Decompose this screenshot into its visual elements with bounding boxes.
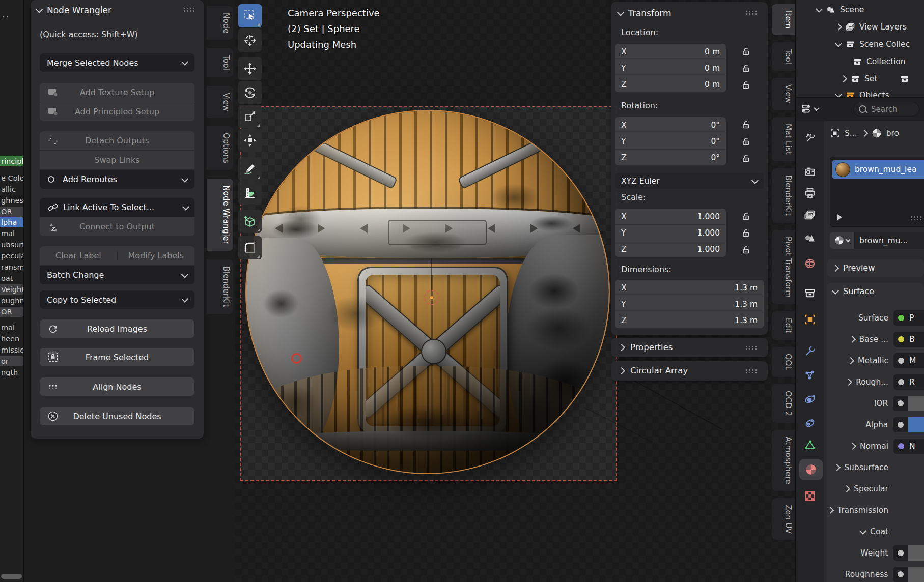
transform-panel-header[interactable]: Transform (618, 8, 671, 18)
modify-labels-button[interactable]: Modify Labels (117, 251, 195, 260)
outliner-row-collection[interactable]: Collection (852, 54, 906, 69)
surface-property-row[interactable]: Surface P (827, 307, 924, 329)
surface-property-row[interactable]: Weight (827, 542, 924, 564)
socket-dot-icon[interactable] (897, 400, 904, 407)
node-socket-label[interactable]: ghness (0, 195, 23, 206)
socket-dot-icon[interactable] (898, 336, 905, 343)
node-editor-scrollbar[interactable] (1, 574, 22, 579)
node-socket-label[interactable]: ransmis (0, 261, 23, 273)
outliner-row-set[interactable]: Set (841, 71, 910, 86)
sidebar-tab[interactable]: BlenderKit (207, 259, 233, 314)
node-socket-label[interactable]: ngth (0, 367, 23, 378)
panel-grip-icon[interactable] (745, 369, 759, 373)
reload-images-button[interactable]: Reload Images (40, 319, 194, 338)
expander-icon[interactable] (827, 507, 834, 514)
add-principled-setup-button[interactable]: Add Principled Setup (40, 102, 194, 121)
tab-object[interactable] (802, 312, 818, 327)
dimension-value-slider[interactable]: X1.3 m (615, 280, 764, 296)
add-cube-tool-button[interactable] (238, 210, 262, 233)
surface-property-row[interactable]: Base ... B (827, 329, 924, 350)
socket-dot-icon[interactable] (898, 314, 905, 322)
tab-view-layer[interactable] (802, 208, 818, 223)
scale-value-slider[interactable]: Y1.000 (615, 224, 726, 241)
unlock-icon[interactable] (741, 120, 750, 129)
node-socket-label[interactable]: OR (0, 207, 23, 217)
scale-value-slider[interactable]: X1.000 (615, 209, 726, 224)
n-panel-tab[interactable]: Mat List (772, 117, 795, 161)
node-socket-label[interactable]: e Color (0, 172, 23, 184)
socket-dot-icon[interactable] (897, 549, 904, 557)
surface-property-row[interactable]: Roughness (827, 564, 924, 582)
add-texture-setup-button[interactable]: Add Texture Setup (40, 83, 194, 102)
select-box-tool-button[interactable] (238, 4, 262, 27)
unlock-icon[interactable] (741, 245, 750, 254)
copy-to-selected-dropdown[interactable]: Copy to Selected (40, 290, 194, 309)
panel-grip-icon[interactable] (745, 10, 759, 15)
search-field[interactable] (853, 102, 919, 117)
surface-property-row[interactable]: Metallic M (827, 350, 924, 371)
expander-icon[interactable] (849, 443, 856, 450)
tab-collection[interactable] (802, 285, 818, 301)
surface-property-row[interactable]: Rough... R (827, 371, 924, 393)
socket-dot-icon[interactable] (898, 443, 905, 450)
n-panel-tab[interactable]: Item (772, 4, 795, 35)
n-panel-tab[interactable]: OCD 2 (772, 384, 795, 423)
surface-property-row[interactable]: Subsurface (827, 457, 924, 478)
location-value-slider[interactable]: Y0 m (615, 60, 726, 76)
outliner-row-view-layers[interactable]: View Layers (836, 19, 907, 35)
tab-world[interactable] (802, 256, 818, 271)
expander-icon[interactable] (845, 379, 852, 386)
material-name-field[interactable]: brown_mu... (854, 232, 924, 249)
align-nodes-button[interactable]: Align Nodes (40, 377, 194, 396)
rounded-corner-tool-button[interactable] (238, 236, 262, 259)
cursor-tool-button[interactable] (238, 28, 262, 52)
delete-unused-nodes-button[interactable]: Delete Unused Nodes (40, 407, 194, 425)
annotate-tool-button[interactable] (238, 157, 262, 181)
search-input[interactable] (870, 104, 913, 114)
surface-property-row[interactable]: Specular (827, 478, 924, 500)
value-field[interactable] (908, 545, 924, 561)
node-wrangler-panel-header[interactable]: Node Wrangler (37, 5, 111, 15)
tab-object-data[interactable] (802, 438, 818, 453)
surface-property-row[interactable]: Normal N (827, 435, 924, 457)
socket-dot-icon[interactable] (898, 357, 905, 364)
detach-outputs-button[interactable]: Detach Outputs (40, 131, 194, 150)
rotation-value-slider[interactable]: X0° (615, 117, 726, 133)
node-socket-label[interactable]: allic (0, 184, 23, 195)
tab-physics[interactable] (802, 392, 818, 407)
node-socket-label[interactable]: rincipled (0, 156, 23, 166)
slot-list-grip-icon[interactable] (910, 216, 923, 220)
expander-icon[interactable] (848, 336, 855, 343)
unlock-icon[interactable] (741, 212, 750, 221)
add-reroutes-dropdown[interactable]: Add Reroutes (40, 169, 194, 189)
properties-collapsed-panel[interactable]: Properties (611, 338, 768, 357)
rotation-mode-dropdown[interactable]: XYZ Euler (615, 173, 764, 189)
value-field[interactable] (908, 396, 924, 411)
rotation-value-slider[interactable]: Z0° (615, 149, 726, 165)
tab-output[interactable] (802, 186, 818, 201)
preview-panel[interactable]: Preview (827, 259, 924, 277)
outliner-row-scene-collection[interactable]: Scene Collec (836, 37, 910, 52)
unlock-icon[interactable] (741, 80, 750, 90)
node-socket-label[interactable]: OR (0, 307, 23, 317)
link-active-to-selected-dropdown[interactable]: Link Active To Select... (40, 198, 194, 217)
frame-selected-button[interactable]: Frame Selected (40, 348, 194, 366)
expander-icon[interactable] (843, 485, 850, 492)
expander-icon[interactable] (859, 528, 866, 535)
node-socket-label[interactable] (0, 317, 23, 322)
surface-property-row[interactable]: Coat (827, 521, 924, 542)
breadcrumb-object[interactable]: S... (845, 129, 857, 138)
outliner-row-scene[interactable]: Scene (817, 2, 864, 17)
n-panel-tab[interactable]: View (772, 78, 795, 110)
rotate-tool-button[interactable] (238, 81, 262, 104)
node-socket-label[interactable]: mission (0, 344, 23, 356)
location-value-slider[interactable]: Z0 m (615, 76, 726, 92)
surface-property-row[interactable]: Transmission (827, 500, 924, 521)
node-socket-label[interactable]: ubsurfa (0, 239, 23, 250)
tab-material[interactable] (799, 459, 823, 480)
sidebar-tab[interactable]: Options (207, 126, 233, 170)
n-panel-tab[interactable]: Tool (772, 42, 795, 71)
merge-selected-nodes-dropdown[interactable]: Merge Selected Nodes (40, 53, 194, 72)
tab-particles[interactable] (802, 368, 818, 383)
transform-tool-button[interactable] (238, 129, 262, 152)
